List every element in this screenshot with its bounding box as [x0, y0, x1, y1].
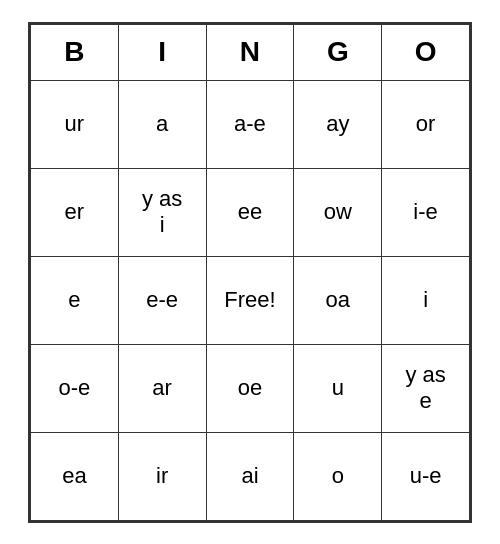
bingo-cell-r0-c0: ur — [31, 80, 119, 168]
bingo-card: BINGO uraa-eayorery asieeowi-eee-eFree!o… — [28, 22, 472, 523]
bingo-cell-r4-c4: u-e — [382, 432, 470, 520]
bingo-cell-r2-c0: e — [31, 256, 119, 344]
bingo-cell-r4-c1: ir — [118, 432, 206, 520]
bingo-cell-r0-c3: ay — [294, 80, 382, 168]
bingo-cell-r4-c3: o — [294, 432, 382, 520]
bingo-cell-r2-c4: i — [382, 256, 470, 344]
bingo-cell-r1-c3: ow — [294, 168, 382, 256]
table-row: ery asieeowi-e — [31, 168, 470, 256]
bingo-table: BINGO uraa-eayorery asieeowi-eee-eFree!o… — [30, 24, 470, 521]
table-row: eairaiou-e — [31, 432, 470, 520]
bingo-cell-r4-c0: ea — [31, 432, 119, 520]
bingo-cell-r1-c1: y asi — [118, 168, 206, 256]
table-row: o-earoeuy ase — [31, 344, 470, 432]
header-row: BINGO — [31, 24, 470, 80]
bingo-cell-r3-c2: oe — [206, 344, 294, 432]
bingo-cell-r3-c0: o-e — [31, 344, 119, 432]
table-row: ee-eFree!oai — [31, 256, 470, 344]
bingo-cell-r2-c2: Free! — [206, 256, 294, 344]
bingo-cell-r3-c1: ar — [118, 344, 206, 432]
table-row: uraa-eayor — [31, 80, 470, 168]
header-cell-i: I — [118, 24, 206, 80]
bingo-cell-r1-c0: er — [31, 168, 119, 256]
bingo-cell-r0-c2: a-e — [206, 80, 294, 168]
bingo-cell-r1-c4: i-e — [382, 168, 470, 256]
bingo-cell-r0-c4: or — [382, 80, 470, 168]
bingo-cell-r2-c1: e-e — [118, 256, 206, 344]
bingo-cell-r0-c1: a — [118, 80, 206, 168]
header-cell-n: N — [206, 24, 294, 80]
bingo-cell-r4-c2: ai — [206, 432, 294, 520]
bingo-cell-r3-c4: y ase — [382, 344, 470, 432]
bingo-cell-r2-c3: oa — [294, 256, 382, 344]
header-cell-g: G — [294, 24, 382, 80]
bingo-cell-r1-c2: ee — [206, 168, 294, 256]
bingo-cell-r3-c3: u — [294, 344, 382, 432]
header-cell-o: O — [382, 24, 470, 80]
header-cell-b: B — [31, 24, 119, 80]
